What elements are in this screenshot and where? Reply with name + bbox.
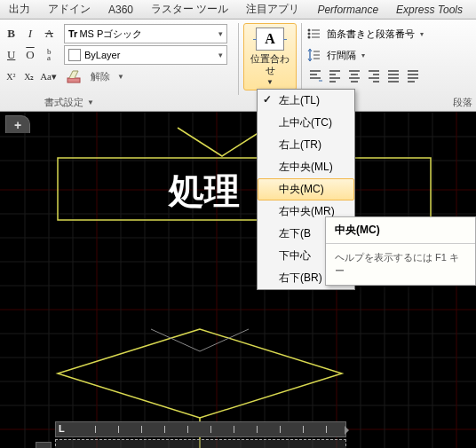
ruler-horizontal[interactable]: L <box>55 421 346 437</box>
svg-point-1 <box>308 29 311 32</box>
menu-item[interactable]: Performance <box>308 1 387 19</box>
superscript-button[interactable]: X₂ <box>22 67 37 86</box>
alignment-icon: A <box>256 28 284 51</box>
svg-rect-66 <box>58 158 431 220</box>
svg-rect-0 <box>67 78 80 83</box>
menu-item[interactable]: 出力 <box>0 0 39 20</box>
color-swatch <box>68 49 81 61</box>
layer-name: ByLayer <box>84 50 120 60</box>
subscript-button[interactable]: X² <box>4 67 19 86</box>
linespace-label[interactable]: 行間隔 <box>327 49 356 62</box>
chevron-down-icon: ▼ <box>266 78 274 86</box>
justify-dist-button[interactable] <box>403 66 423 85</box>
menu-item[interactable]: A360 <box>99 1 142 19</box>
svg-point-5 <box>308 36 311 39</box>
menu-item[interactable]: Express Tools <box>387 1 472 19</box>
ruler-origin-marker: L <box>59 423 65 434</box>
ribbon: B I A U O ba X² X₂ Aa▾ 書式設定▼ Tr MS Pゴシック <box>0 20 476 112</box>
text-edit-box[interactable] <box>55 439 346 448</box>
linespace-icon[interactable] <box>305 47 321 63</box>
menu-item[interactable]: アドイン <box>39 0 99 20</box>
tab-bar: + <box>0 112 30 133</box>
align-option-tl[interactable]: 左上(TL) <box>258 90 354 112</box>
svg-point-3 <box>308 33 311 35</box>
bold-button[interactable]: B <box>4 24 19 43</box>
justify-full-button[interactable] <box>384 66 403 85</box>
menu-bar: 出力 アドイン A360 ラスター ツール 注目アプリ Performance … <box>0 0 476 20</box>
align-option-ml[interactable]: 左中央(ML) <box>258 156 354 178</box>
font-name: MS Pゴシック <box>79 28 142 41</box>
new-tab-button[interactable]: + <box>5 115 30 133</box>
tooltip-help: ヘルプを表示するには F1 キー <box>326 244 475 285</box>
stack-button[interactable]: ba <box>42 45 57 65</box>
menu-item[interactable]: 注目アプリ <box>237 0 308 20</box>
bullets-label[interactable]: 箇条書きと段落番号 <box>327 28 415 41</box>
clear-format-label[interactable]: 解除 <box>91 70 110 83</box>
underline-button[interactable]: U <box>4 45 19 65</box>
case-button[interactable]: Aa▾ <box>40 67 57 86</box>
strike-button[interactable]: A <box>42 24 57 43</box>
justify-left-button[interactable] <box>325 66 345 85</box>
overline-button[interactable]: O <box>22 45 37 65</box>
align-option-mc[interactable]: 中央(MC) <box>258 178 354 200</box>
tooltip: 中央(MC) ヘルプを表示するには F1 キー <box>325 216 476 286</box>
menu-item[interactable]: ラスター ツール <box>142 0 237 20</box>
bullets-icon[interactable] <box>305 26 321 42</box>
panel-label-paragraph[interactable]: 段落 <box>453 96 472 109</box>
svg-marker-67 <box>58 329 342 418</box>
canvas-text: 処理 <box>169 167 240 216</box>
justify-row <box>305 66 472 85</box>
clear-format-icon[interactable] <box>64 67 83 86</box>
alignment-button[interactable]: A 位置合わせ ▼ <box>243 23 297 90</box>
italic-button[interactable]: I <box>22 24 37 43</box>
panel-label-style[interactable]: 書式設定▼ <box>44 96 94 109</box>
ruler-end-cap[interactable] <box>345 426 349 435</box>
font-select[interactable]: Tr MS Pゴシック <box>64 24 227 43</box>
justify-center-button[interactable] <box>345 66 364 85</box>
tooltip-title: 中央(MC) <box>326 217 475 244</box>
layer-color-select[interactable]: ByLayer <box>64 45 227 65</box>
justify-default-button[interactable] <box>305 66 325 85</box>
ruler-vertical[interactable] <box>36 442 52 448</box>
alignment-label: 位置合わせ <box>246 53 294 75</box>
align-option-tr[interactable]: 右上(TR) <box>258 134 354 156</box>
justify-right-button[interactable] <box>364 66 384 85</box>
align-option-tc[interactable]: 上中心(TC) <box>258 112 354 134</box>
